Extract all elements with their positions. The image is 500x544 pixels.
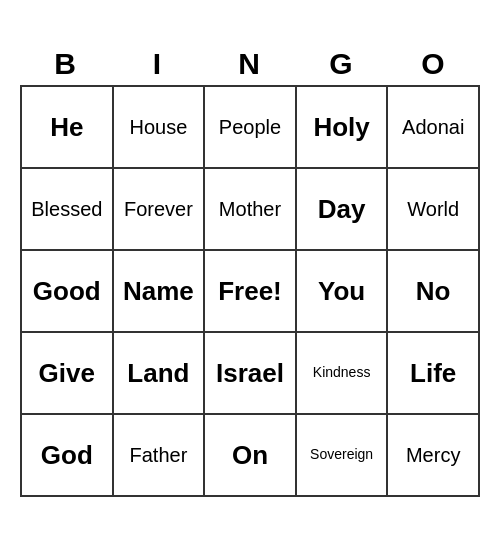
cell-text-2-0: Good [33,277,101,306]
bingo-header: BINGO [20,47,480,81]
cell-4-3[interactable]: Sovereign [297,415,389,497]
cell-text-1-0: Blessed [31,198,102,220]
cell-2-3[interactable]: You [297,251,389,333]
header-letter-G: G [296,47,388,81]
cell-1-0[interactable]: Blessed [22,169,114,251]
cell-3-3[interactable]: Kindness [297,333,389,415]
cell-3-1[interactable]: Land [114,333,206,415]
cell-0-3[interactable]: Holy [297,87,389,169]
cell-text-2-2: Free! [218,277,282,306]
cell-3-4[interactable]: Life [388,333,480,415]
cell-2-4[interactable]: No [388,251,480,333]
cell-text-3-0: Give [39,359,95,388]
cell-text-2-3: You [318,277,365,306]
cell-2-2[interactable]: Free! [205,251,297,333]
cell-text-4-4: Mercy [406,444,460,466]
cell-1-1[interactable]: Forever [114,169,206,251]
cell-text-3-2: Israel [216,359,284,388]
cell-text-1-4: World [407,198,459,220]
cell-text-0-4: Adonai [402,116,464,138]
cell-text-0-3: Holy [313,113,369,142]
cell-text-0-0: He [50,113,83,142]
cell-text-4-2: On [232,441,268,470]
cell-1-3[interactable]: Day [297,169,389,251]
cell-text-4-3: Sovereign [310,447,373,462]
cell-text-4-1: Father [129,444,187,466]
cell-text-4-0: God [41,441,93,470]
cell-4-0[interactable]: God [22,415,114,497]
cell-4-2[interactable]: On [205,415,297,497]
cell-0-4[interactable]: Adonai [388,87,480,169]
cell-text-1-2: Mother [219,198,281,220]
cell-0-1[interactable]: House [114,87,206,169]
cell-text-2-1: Name [123,277,194,306]
cell-3-0[interactable]: Give [22,333,114,415]
header-letter-B: B [20,47,112,81]
cell-2-0[interactable]: Good [22,251,114,333]
cell-2-1[interactable]: Name [114,251,206,333]
cell-4-1[interactable]: Father [114,415,206,497]
cell-text-3-1: Land [127,359,189,388]
cell-4-4[interactable]: Mercy [388,415,480,497]
header-letter-N: N [204,47,296,81]
cell-text-0-2: People [219,116,281,138]
cell-text-1-3: Day [318,195,366,224]
cell-text-1-1: Forever [124,198,193,220]
cell-text-0-1: House [129,116,187,138]
cell-1-4[interactable]: World [388,169,480,251]
bingo-card: BINGO HeHousePeopleHolyAdonaiBlessedFore… [20,47,480,497]
header-letter-I: I [112,47,204,81]
cell-text-3-3: Kindness [313,365,371,380]
cell-3-2[interactable]: Israel [205,333,297,415]
bingo-grid: HeHousePeopleHolyAdonaiBlessedForeverMot… [20,85,480,497]
cell-text-3-4: Life [410,359,456,388]
header-letter-O: O [388,47,480,81]
cell-1-2[interactable]: Mother [205,169,297,251]
cell-0-2[interactable]: People [205,87,297,169]
cell-text-2-4: No [416,277,451,306]
cell-0-0[interactable]: He [22,87,114,169]
